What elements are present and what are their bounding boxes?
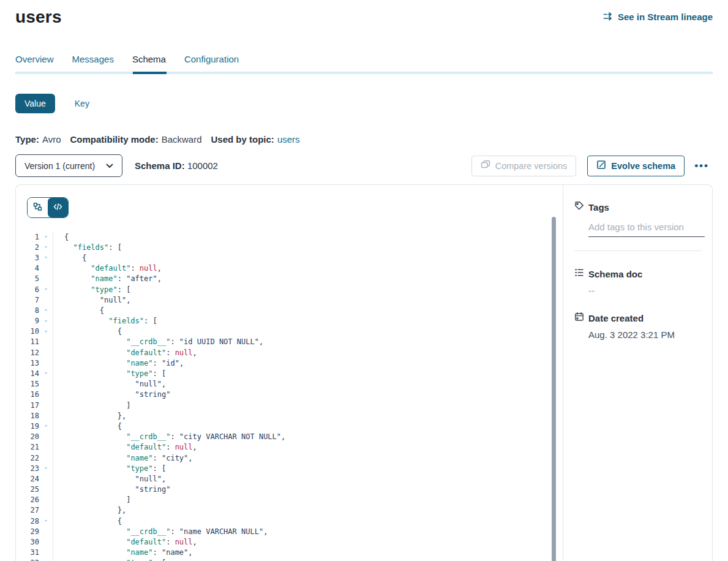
collapse-caret-icon[interactable]: ▾ [39, 284, 53, 295]
code-content: { [53, 421, 122, 431]
schema-sidebar: Tags Schema doc -- Date created [563, 185, 712, 561]
code-content: "null", [53, 295, 130, 305]
line-number: 28 [16, 517, 39, 525]
tab-schema[interactable]: Schema [132, 54, 166, 72]
key-toggle-button[interactable]: Key [71, 98, 93, 109]
line-number: 26 [16, 495, 39, 504]
code-line: 4 "default": null, [16, 263, 563, 274]
list-icon [574, 268, 584, 280]
more-options-button[interactable]: ••• [691, 157, 713, 175]
schema-meta-row: Type:Avro Compatibility mode:Backward Us… [15, 134, 713, 145]
chevron-down-icon [106, 164, 113, 168]
compare-versions-icon [481, 160, 490, 171]
collapse-caret-icon[interactable]: ▾ [39, 516, 53, 526]
collapse-caret-icon[interactable]: ▾ [39, 421, 53, 431]
line-number: 21 [16, 443, 39, 451]
code-content: "__crdb__": "id UUID NOT NULL", [53, 337, 263, 347]
code-content: { [53, 232, 69, 242]
evolve-schema-label: Evolve schema [611, 161, 675, 171]
tab-active-underline [133, 72, 167, 74]
collapse-caret-icon[interactable]: ▾ [39, 242, 53, 252]
tree-view-button[interactable] [28, 198, 48, 217]
code-line: 12 "default": null, [16, 347, 563, 358]
code-line: 28▾ { [16, 516, 563, 526]
version-select[interactable]: Version 1 (current) [15, 154, 122, 177]
collapse-caret-icon[interactable]: ▾ [39, 368, 53, 378]
code-line: 23▾ "type": [ [16, 463, 563, 473]
collapse-caret-icon[interactable]: ▾ [39, 252, 53, 263]
code-content: "type": [ [53, 368, 166, 378]
collapse-caret-icon[interactable]: ▾ [39, 326, 53, 337]
tab-overview[interactable]: Overview [15, 54, 54, 72]
schema-page: users See in Stream lineage Overview Mes… [0, 0, 728, 561]
code-line: 3▾ { [16, 252, 563, 263]
line-number: 12 [16, 348, 39, 357]
tag-icon [574, 201, 584, 213]
code-line: 27 }, [16, 505, 563, 516]
code-line: 25 "string" [16, 484, 563, 495]
compare-versions-button[interactable]: Compare versions [471, 156, 577, 176]
code-content: "default": null, [53, 537, 197, 547]
code-line: 13 "name": "id", [16, 358, 563, 368]
code-line: 17 ] [16, 400, 563, 410]
line-number: 24 [16, 475, 39, 483]
page-title: users [15, 7, 62, 27]
collapse-caret-icon[interactable]: ▾ [39, 305, 53, 315]
line-number: 31 [16, 548, 39, 557]
line-number: 14 [16, 369, 39, 378]
code-line: 26 ] [16, 495, 563, 505]
code-line: 11 "__crdb__": "id UUID NOT NULL", [16, 337, 563, 347]
collapse-caret-icon[interactable]: ▾ [39, 316, 53, 326]
line-number: 23 [16, 464, 39, 473]
code-line: 31 "name": "name", [16, 548, 563, 558]
value-toggle-button[interactable]: Value [15, 94, 55, 113]
code-line: 16 "string" [16, 390, 563, 400]
code-content: "default": null, [53, 347, 197, 358]
line-number: 29 [16, 527, 39, 536]
code-content: "type": [ [53, 558, 166, 561]
date-created-section: Date created Aug. 3 2022 3:21 PM [574, 312, 702, 340]
version-toolbar: Version 1 (current) Schema ID: 100002 Co… [15, 154, 713, 177]
see-in-stream-lineage-link[interactable]: See in Stream lineage [602, 11, 713, 22]
collapse-caret-icon[interactable]: ▾ [39, 463, 53, 473]
tab-bar: Overview Messages Schema Configuration [15, 54, 713, 74]
code-content: "type": [ [53, 463, 166, 473]
code-content: "__crdb__": "name VARCHAR NULL", [53, 526, 268, 537]
compatibility-label: Compatibility mode: [70, 134, 158, 145]
code-content: ] [53, 400, 130, 410]
code-content: "__crdb__": "city VARCHAR NOT NULL", [53, 432, 285, 442]
code-view-button[interactable] [48, 198, 68, 217]
schema-code-column: 1▾{2▾ "fields": [3▾ {4 "default": null,5… [16, 185, 563, 561]
tags-section: Tags [574, 201, 702, 251]
schema-id-value: 100002 [187, 160, 218, 171]
topic-link[interactable]: users [277, 134, 300, 145]
code-line: 7 "null", [16, 295, 563, 305]
code-line: 2▾ "fields": [ [16, 242, 563, 252]
line-number: 18 [16, 412, 39, 420]
code-content: { [53, 516, 122, 526]
code-line: 20 "__crdb__": "city VARCHAR NOT NULL", [16, 432, 563, 442]
type-value: Avro [42, 134, 61, 145]
code-content: "fields": [ [53, 242, 122, 252]
code-view-icon [53, 202, 62, 214]
tab-underline-track [15, 72, 713, 74]
tab-configuration[interactable]: Configuration [184, 54, 239, 72]
schema-id: Schema ID: 100002 [135, 160, 218, 171]
code-scrollbar[interactable] [552, 217, 556, 561]
line-number: 16 [16, 390, 39, 399]
collapse-caret-icon[interactable]: ▾ [39, 558, 53, 561]
value-key-toggle: Value Key [15, 94, 713, 113]
tab-messages[interactable]: Messages [72, 54, 114, 72]
tags-title: Tags [588, 202, 609, 213]
schema-panel: 1▾{2▾ "fields": [3▾ {4 "default": null,5… [15, 184, 713, 561]
line-number: 6 [16, 285, 39, 294]
line-number: 10 [16, 327, 39, 336]
tree-view-icon [33, 202, 42, 214]
line-number: 13 [16, 359, 39, 367]
code-content: "name": "name", [53, 548, 193, 558]
line-number: 2 [16, 243, 39, 252]
line-number: 7 [16, 296, 39, 304]
add-tags-input[interactable] [588, 218, 705, 237]
evolve-schema-button[interactable]: Evolve schema [587, 156, 685, 176]
collapse-caret-icon[interactable]: ▾ [39, 232, 53, 242]
